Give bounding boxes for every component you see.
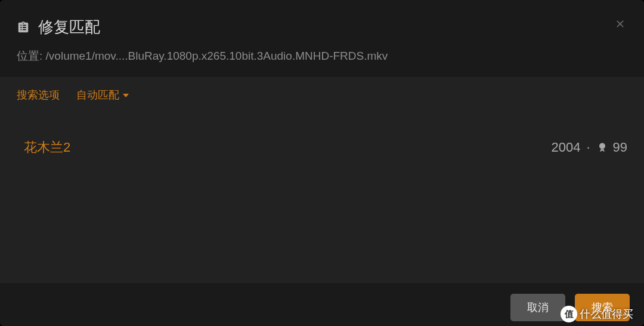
result-score: 99 <box>613 140 627 155</box>
toolbar: 搜索选项 自动匹配 <box>0 77 644 113</box>
title-row: 修复匹配 <box>17 17 627 38</box>
dialog-title: 修复匹配 <box>38 17 100 38</box>
dialog-footer: 取消 搜索 <box>0 283 644 326</box>
result-year: 2004 <box>551 140 580 155</box>
clipboard-icon <box>17 21 30 34</box>
result-title[interactable]: 花木兰2 <box>24 139 70 156</box>
result-meta: 2004 · 99 <box>551 140 627 155</box>
search-options-label: 搜索选项 <box>17 88 60 102</box>
results-content: 花木兰2 2004 · 99 <box>0 113 644 283</box>
separator-dot: · <box>586 140 590 155</box>
auto-match-dropdown[interactable]: 自动匹配 <box>76 88 129 102</box>
chevron-down-icon <box>123 94 129 97</box>
search-button[interactable]: 搜索 <box>575 294 630 321</box>
medal-icon <box>596 142 608 153</box>
auto-match-label: 自动匹配 <box>76 88 119 102</box>
path-label: 位置: <box>17 50 42 62</box>
cancel-button[interactable]: 取消 <box>510 294 565 321</box>
dialog-header: 修复匹配 位置: /volume1/mov....BluRay.1080p.x2… <box>0 0 644 77</box>
file-path: 位置: /volume1/mov....BluRay.1080p.x265.10… <box>17 48 627 64</box>
path-value: /volume1/mov....BluRay.1080p.x265.10bit.… <box>46 50 388 62</box>
score-group: 99 <box>596 140 627 155</box>
result-row[interactable]: 花木兰2 2004 · 99 <box>17 136 627 159</box>
close-button[interactable] <box>613 17 627 31</box>
search-options-button[interactable]: 搜索选项 <box>17 88 60 102</box>
close-icon <box>614 18 626 30</box>
fix-match-dialog: 修复匹配 位置: /volume1/mov....BluRay.1080p.x2… <box>0 0 644 326</box>
svg-point-0 <box>599 143 605 149</box>
